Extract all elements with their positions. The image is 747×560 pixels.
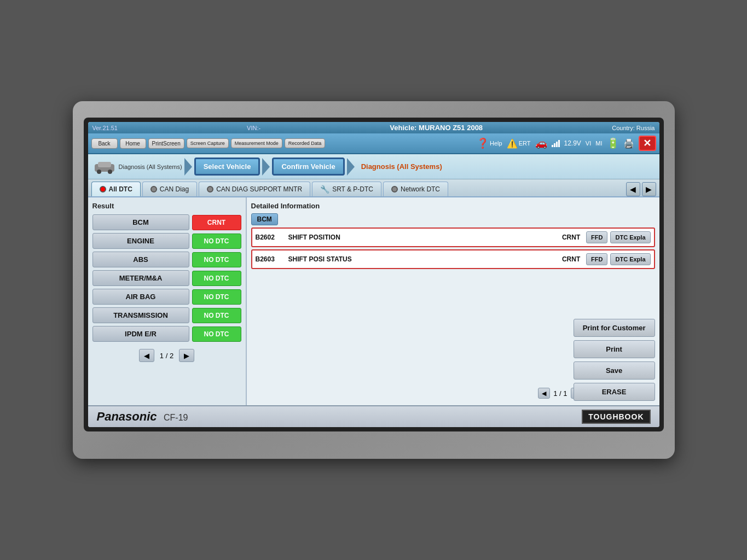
ffd-button-b2603[interactable]: FFD [586,253,607,265]
screen-capture-button[interactable]: Screen Capture [187,138,229,148]
system-ipdm[interactable]: IPDM E/R [92,326,189,342]
breadcrumb-arrow1 [184,158,192,176]
dtc-code-b2602: B2602 [256,234,286,241]
back-button[interactable]: Back [91,138,118,149]
system-row-ipdm: IPDM E/R NO DTC [92,326,241,342]
dtc-row-b2602: B2602 SHIFT POSITION CRNT FFD DTC Expla [251,228,655,247]
system-row-abs: ABS NO DTC [92,252,241,267]
next-page-button[interactable]: ▶ [179,349,194,362]
tab-network-dtc[interactable]: Network DTC [383,182,448,196]
dtc-desc-b2603: SHIFT POSI STATUS [288,255,557,263]
country-display: Country: Russia [612,125,655,131]
status-transmission: NO DTC [192,308,241,323]
brand-panasonic: Panasonic [97,410,157,423]
tab-navigation: ◀ ▶ [626,182,656,196]
svg-rect-1 [98,162,111,167]
tab-all-dtc[interactable]: All DTC [91,182,141,196]
signal-strength [552,139,560,147]
toolbar: Back Home PrintScreen Screen Capture Mea… [88,133,659,154]
erase-button[interactable]: ERASE [574,383,655,401]
vehicle-display: Vehicle: MURANO Z51 2008 [390,124,483,132]
system-row-airbag: AIR BAG NO DTC [92,289,241,305]
tab-next-button[interactable]: ▶ [642,182,656,196]
print-screen-button[interactable]: PrintScreen [148,138,184,149]
save-button[interactable]: Save [574,361,655,380]
breadcrumb-diag-icon: Diagnosis (All Systems) [94,159,182,175]
bottom-bar: Panasonic CF-19 TOUGHBOOK [88,405,659,427]
detail-panel: Detailed Information BCM B2602 SHIFT POS… [247,197,659,405]
vi-indicator: VI [586,140,591,147]
status-meter: NO DTC [192,271,241,286]
breadcrumb-arrow3 [347,158,355,176]
tab-can-diag-support[interactable]: CAN DIAG SUPPORT MNTR [199,182,310,196]
screen: Ver.21.51 VIN:- Vehicle: MURANO Z51 2008… [88,122,659,427]
recorded-data-button[interactable]: Recorded Data [285,138,326,148]
dtc-row-b2603: B2603 SHIFT POSI STATUS CRNT FFD DTC Exp… [251,249,655,269]
system-engine[interactable]: ENGINE [92,233,189,249]
dtc-status-b2603: CRNT [559,255,583,263]
status-ipdm: NO DTC [192,326,241,342]
system-row-meter: METER/M&A NO DTC [92,270,241,286]
current-breadcrumb: Diagnosis (All Systems) [361,162,442,171]
dtc-code-b2603: B2603 [256,255,286,263]
close-button[interactable]: ✕ [639,136,656,151]
tab-srt-pdtc[interactable]: 🔧 SRT & P-DTC [312,182,381,196]
measurement-mode-button[interactable]: Measurement Mode [231,138,282,148]
voltage-display: 12.9V [564,139,581,147]
prev-page-button[interactable]: ◀ [139,349,154,362]
system-row-transmission: TRANSMISSION NO DTC [92,307,241,323]
tab-radio-all-dtc [100,186,106,192]
breadcrumb: Diagnosis (All Systems) Select Vehicle C… [88,154,659,179]
device-inner: Ver.21.51 VIN:- Vehicle: MURANO Z51 2008… [84,118,664,431]
battery-icon: 🔋 [607,137,619,149]
header-bar: Ver.21.51 VIN:- Vehicle: MURANO Z51 2008… [88,122,659,133]
tab-bar: All DTC CAN Diag CAN DIAG SUPPORT MNTR 🔧… [88,179,659,197]
tab-radio-can-diag-support [207,186,213,192]
status-abs: NO DTC [192,252,241,267]
tab-radio-can-diag [150,186,157,192]
right-prev-button[interactable]: ◀ [538,388,550,399]
system-bcm[interactable]: BCM [92,214,189,230]
result-header: Result [92,202,241,210]
printer-button[interactable]: 🖨️ [623,138,634,149]
right-page-indicator: 1 / 1 [553,389,567,398]
breadcrumb-arrow2 [262,158,270,176]
brand-toughbook: TOUGHBOOK [582,410,650,424]
expla-button-b2602[interactable]: DTC Expla [610,231,650,243]
svg-point-3 [108,170,112,174]
status-engine: NO DTC [192,234,241,249]
toolbar-status: ❓ Help ⚠️ ERT 🚗 [477,136,656,151]
action-buttons: Print for Customer Print Save ERASE [574,319,655,401]
brand-model: CF-19 [164,413,188,422]
dtc-desc-b2602: SHIFT POSITION [288,234,557,241]
system-transmission[interactable]: TRANSMISSION [92,307,189,323]
help-button[interactable]: ❓ Help [477,137,502,149]
brand-section: Panasonic CF-19 [97,410,188,424]
tab-prev-button[interactable]: ◀ [626,182,640,196]
vin-display: VIN:- [247,125,260,131]
system-meter[interactable]: METER/M&A [92,270,189,286]
system-row-bcm: BCM CRNT [92,214,241,230]
ffd-button-b2602[interactable]: FFD [586,231,607,243]
print-for-customer-button[interactable]: Print for Customer [574,319,655,337]
page-indicator: 1 / 2 [160,352,173,360]
home-button[interactable]: Home [120,138,146,149]
system-airbag[interactable]: AIR BAG [92,289,189,305]
status-airbag: NO DTC [192,289,241,305]
print-button[interactable]: Print [574,340,655,358]
version-label: Ver.21.51 [92,125,118,131]
car-icon: 🚗 [535,137,547,149]
expla-button-b2603[interactable]: DTC Expla [610,253,650,265]
select-vehicle-button[interactable]: Select Vehicle [194,158,260,176]
result-panel: Result BCM CRNT ENGINE NO DTC ABS NO DTC [88,197,247,405]
ert-button[interactable]: ⚠️ ERT [507,138,531,149]
srt-icon: 🔧 [320,185,329,194]
svg-point-2 [97,170,101,174]
confirm-vehicle-button[interactable]: Confirm Vehicle [272,158,344,176]
system-abs[interactable]: ABS [92,252,189,267]
device-frame: Ver.21.51 VIN:- Vehicle: MURANO Z51 2008… [73,101,675,459]
detail-header: Detailed Information [251,202,655,210]
tab-radio-network-dtc [391,186,398,192]
dtc-status-b2602: CRNT [559,234,583,241]
tab-can-diag[interactable]: CAN Diag [142,182,197,196]
